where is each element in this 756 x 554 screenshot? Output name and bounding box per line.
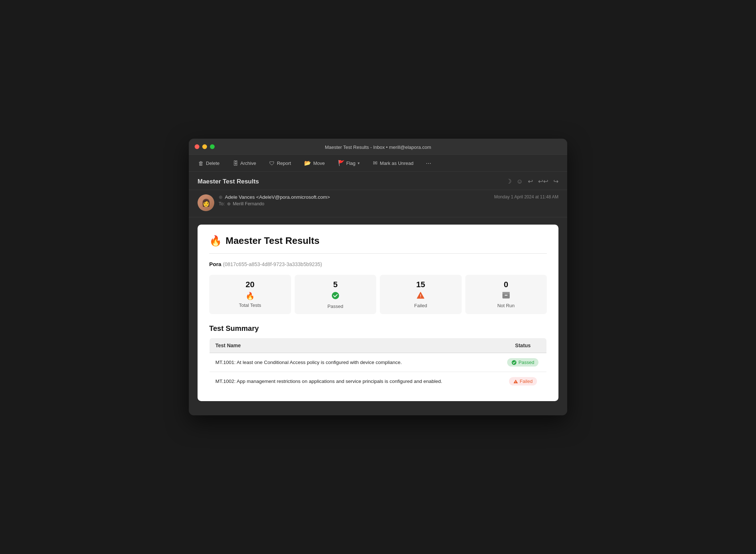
sender-name-row: ⊕ Adele Vances <AdeleV@pora.onmicrosoft.… — [219, 194, 330, 200]
col-header-test-name: Test Name — [210, 338, 500, 353]
failed-label: Failed — [414, 303, 427, 308]
window-title: Maester Test Results - Inbox • merill@el… — [325, 145, 431, 150]
archive-label: Archive — [240, 161, 256, 166]
fire-icon: 🔥 — [209, 235, 222, 247]
status-cell: ! Failed — [500, 372, 547, 391]
trash-icon: 🗑 — [198, 160, 204, 166]
recipient-icon: ⊕ — [227, 201, 231, 206]
report-button[interactable]: 🛡 Report — [267, 159, 293, 168]
email-card: 🔥 Maester Test Results Pora (0817c655-a8… — [198, 225, 558, 401]
to-label: To: — [219, 201, 225, 206]
passed-number: 5 — [333, 280, 338, 289]
stats-row: 20 🔥 Total Tests 5 Passed 15 — [209, 275, 547, 314]
table-row: MT.1001: At least one Conditional Access… — [210, 353, 547, 372]
send-date: Monday 1 April 2024 at 11:48 AM — [494, 194, 558, 199]
recipient-name: Merill Fernando — [233, 201, 264, 206]
archive-icon: 🗄 — [233, 160, 238, 166]
passed-check-icon — [331, 292, 339, 301]
reply-icon[interactable]: ↩ — [528, 178, 533, 185]
reply-all-icon[interactable]: ↩↩ — [538, 178, 548, 185]
test-name-cell: MT.1001: At least one Conditional Access… — [210, 353, 500, 372]
sender-details: ⊕ Adele Vances <AdeleV@pora.onmicrosoft.… — [219, 194, 330, 206]
card-title-row: 🔥 Maester Test Results — [209, 235, 547, 254]
moon-icon[interactable]: ☽ — [506, 178, 512, 185]
notrun-number: 0 — [504, 280, 508, 289]
more-button[interactable]: ··· — [426, 159, 431, 167]
tenant-id: (0817c655-a853-4d8f-9723-3a333b5b9235) — [223, 261, 322, 267]
delete-label: Delete — [206, 161, 220, 166]
total-label: Total Tests — [239, 302, 261, 308]
status-cell: Passed — [500, 353, 547, 372]
mail-icon: ✉ — [373, 160, 378, 166]
failed-warn-icon: ! — [417, 292, 425, 301]
minimize-button[interactable] — [202, 144, 207, 149]
move-label: Move — [313, 161, 325, 166]
notrun-archive-icon — [502, 292, 510, 301]
svg-text:!: ! — [420, 294, 421, 298]
toolbar: 🗑 Delete 🗄 Archive 🛡 Report 📂 Move 🚩 Fla… — [189, 155, 567, 172]
passed-label: Passed — [327, 304, 343, 309]
flag-button[interactable]: 🚩 Flag ▾ — [336, 158, 362, 168]
move-icon: 📂 — [304, 160, 311, 166]
app-window: Maester Test Results - Inbox • merill@el… — [189, 139, 567, 415]
flag-label: Flag — [346, 161, 355, 166]
traffic-lights — [195, 144, 215, 149]
test-summary-title: Test Summary — [209, 324, 547, 333]
email-actions: ☽ ☺ ↩ ↩↩ ↪ — [506, 178, 558, 185]
total-number: 20 — [246, 280, 254, 289]
verified-icon: ⊕ — [219, 194, 223, 200]
avatar-image: 👩 — [198, 194, 214, 211]
status-badge: ! Failed — [509, 377, 537, 385]
delete-button[interactable]: 🗑 Delete — [196, 159, 222, 168]
svg-rect-3 — [502, 293, 510, 298]
flag-icon: 🚩 — [338, 160, 345, 166]
svg-point-6 — [512, 360, 517, 365]
card-title: Maester Test Results — [226, 235, 319, 246]
report-label: Report — [277, 161, 291, 166]
test-summary-section: Test Summary Test Name Status MT.1001: A… — [209, 324, 547, 391]
test-table: Test Name Status MT.1001: At least one C… — [209, 338, 547, 391]
table-row: MT.1002: App management restrictions on … — [210, 372, 547, 391]
mark-unread-button[interactable]: ✉ Mark as Unread — [371, 158, 415, 168]
failed-number: 15 — [416, 280, 425, 289]
sender-left: 👩 ⊕ Adele Vances <AdeleV@pora.onmicrosof… — [198, 194, 330, 211]
svg-rect-4 — [502, 292, 510, 294]
chevron-down-icon: ▾ — [358, 161, 360, 166]
col-header-status: Status — [500, 338, 547, 353]
mark-unread-label: Mark as Unread — [380, 161, 413, 166]
stat-passed: 5 Passed — [295, 275, 377, 314]
email-header: Maester Test Results ☽ ☺ ↩ ↩↩ ↪ — [189, 172, 567, 190]
title-bar: Maester Test Results - Inbox • merill@el… — [189, 139, 567, 155]
emoji-icon[interactable]: ☺ — [517, 178, 523, 185]
shield-icon: 🛡 — [269, 160, 275, 166]
total-fire-icon: 🔥 — [246, 292, 255, 300]
forward-icon[interactable]: ↪ — [553, 178, 558, 185]
stat-total: 20 🔥 Total Tests — [209, 275, 291, 314]
sender-info: 👩 ⊕ Adele Vances <AdeleV@pora.onmicrosof… — [189, 190, 567, 217]
stat-failed: 15 ! Failed — [380, 275, 462, 314]
sender-to-row: To: ⊕ Merill Fernando — [219, 201, 330, 206]
svg-text:!: ! — [515, 381, 516, 383]
sender-name: Adele Vances <AdeleV@pora.onmicrosoft.co… — [225, 194, 330, 200]
table-header-row: Test Name Status — [210, 338, 547, 353]
avatar: 👩 — [198, 194, 214, 211]
tenant-info: Pora (0817c655-a853-4d8f-9723-3a333b5b92… — [209, 261, 547, 268]
email-body: 🔥 Maester Test Results Pora (0817c655-a8… — [189, 217, 567, 415]
email-subject: Maester Test Results — [198, 178, 259, 185]
notrun-label: Not Run — [497, 303, 515, 308]
status-badge: Passed — [507, 358, 538, 367]
maximize-button[interactable] — [210, 144, 215, 149]
test-name-cell: MT.1002: App management restrictions on … — [210, 372, 500, 391]
tenant-name: Pora — [209, 261, 221, 267]
close-button[interactable] — [195, 144, 199, 149]
svg-point-0 — [332, 292, 339, 299]
move-button[interactable]: 📂 Move — [302, 158, 327, 168]
archive-button[interactable]: 🗄 Archive — [231, 159, 258, 168]
stat-notrun: 0 Not Run — [465, 275, 547, 314]
